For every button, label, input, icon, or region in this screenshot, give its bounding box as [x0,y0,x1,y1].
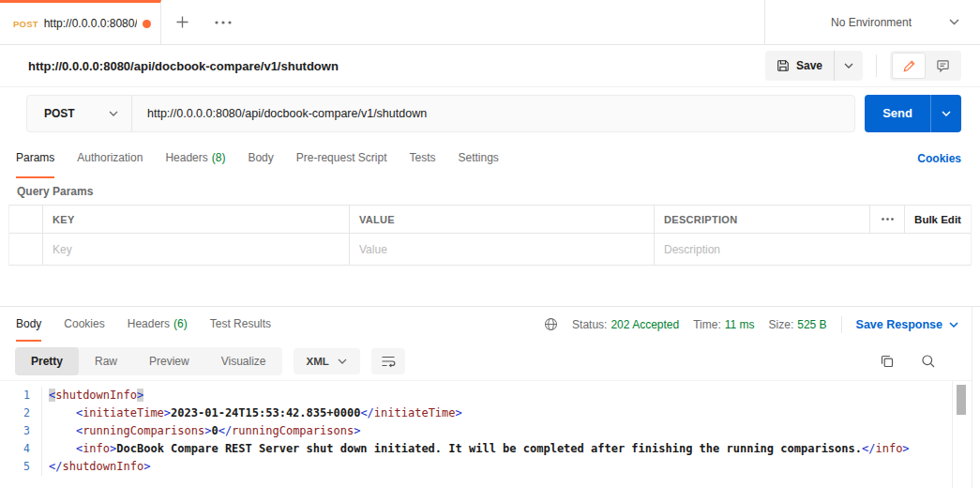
save-options-button[interactable] [834,51,863,81]
format-dropdown-label: XML [307,356,329,367]
view-tab-raw[interactable]: Raw [79,347,133,375]
description-column-header: DESCRIPTION [655,206,870,233]
save-button[interactable]: Save [765,51,834,81]
chevron-down-icon [949,322,958,328]
response-tabs: Body Cookies Headers(6) Test Results Sta… [0,307,972,342]
view-tab-pretty[interactable]: Pretty [15,347,79,375]
save-response-label: Save Response [856,318,942,331]
tab-label: Authorization [77,151,143,164]
value-cell [350,234,655,265]
line-number: 2 [0,404,41,422]
tab-body[interactable]: Body [248,139,273,178]
key-input[interactable] [43,243,349,256]
chevron-down-icon [844,63,853,69]
request-tab-method-badge: POST [13,19,38,29]
line-content: <shutdownInfo> [41,387,972,404]
response-tab-test-results[interactable]: Test Results [210,307,271,342]
environment-selector[interactable]: No Environment [764,0,980,44]
workspace-tab-bar: POST http://0.0.0.0:8080/ap No Environme… [0,0,980,45]
tab-label: Body [16,317,41,330]
tab-label: Headers [128,317,170,330]
scrollbar-thumb[interactable] [957,385,966,415]
response-tab-body[interactable]: Body [16,307,41,342]
response-tab-cookies[interactable]: Cookies [64,307,104,342]
line-content: </shutdownInfo> [41,458,972,476]
request-tab[interactable]: POST http://0.0.0.0:8080/ap [0,0,161,44]
line-number: 3 [0,422,41,440]
meta-divider [841,316,842,333]
code-line: 5</shutdownInfo> [0,458,972,476]
line-number: 5 [0,458,41,476]
response-body-viewer[interactable]: 1<shutdownInfo>2 <initiateTime>2023-01-2… [0,381,972,488]
value-input[interactable] [350,243,654,256]
description-cell [655,234,971,265]
method-dropdown-label: POST [44,107,75,120]
response-section: Body Cookies Headers(6) Test Results Sta… [0,306,980,488]
send-button[interactable]: Send [865,95,930,132]
key-cell [43,234,350,265]
key-column-header: KEY [43,206,350,233]
time-badge: Time: 11 ms [693,318,754,331]
chevron-down-icon [949,19,959,25]
floppy-disk-icon [776,59,790,72]
tab-headers[interactable]: Headers(8) [165,139,225,178]
save-button-label: Save [796,59,822,72]
tab-pre-request-script[interactable]: Pre-request Script [296,139,387,178]
request-tabs: Params Authorization Headers(8) Body Pre… [0,139,980,178]
tab-authorization[interactable]: Authorization [77,139,143,178]
edit-request-button[interactable] [892,53,926,79]
status-value: 202 Accepted [611,318,679,331]
save-response-button[interactable]: Save Response [856,318,958,331]
method-dropdown[interactable]: POST [27,96,132,131]
params-more-options-button[interactable] [870,206,905,233]
bulk-edit-button[interactable]: Bulk Edit [905,206,971,233]
view-tab-preview[interactable]: Preview [133,347,205,375]
chevron-down-icon [338,358,347,364]
line-content: <initiateTime>2023-01-24T15:53:42.835+00… [41,404,972,422]
postman-app: POST http://0.0.0.0:8080/ap No Environme… [0,0,980,488]
code-lines: 1<shutdownInfo>2 <initiateTime>2023-01-2… [0,387,972,476]
line-number: 1 [0,387,41,404]
comments-button[interactable] [926,53,959,79]
params-empty-row [9,234,971,266]
tab-settings[interactable]: Settings [459,139,499,178]
tab-label: Headers [165,151,207,164]
cookies-link[interactable]: Cookies [917,139,961,178]
pencil-icon [902,59,916,73]
response-headers-count: (6) [173,317,188,330]
code-line: 4 <info>DocBook Compare REST Server shut… [0,440,972,458]
response-view-switch: Pretty Raw Preview Visualize [15,347,282,375]
search-icon[interactable] [921,354,936,369]
globe-icon [544,317,558,331]
request-tabs-spacer [521,139,895,178]
tab-label: Settings [459,151,499,164]
value-column-header: VALUE [350,206,655,233]
send-options-button[interactable] [930,95,961,132]
view-tab-visualize[interactable]: Visualize [205,347,282,375]
description-input[interactable] [655,243,971,256]
size-value: 525 B [797,318,826,331]
new-tab-button[interactable] [161,0,203,44]
url-input[interactable] [132,96,854,131]
save-button-group: Save [765,51,863,81]
title-actions-group [890,51,961,81]
size-badge: Size: 525 B [769,318,827,331]
row-select-cell [9,234,43,265]
tab-label: Cookies [64,317,104,330]
format-dropdown[interactable]: XML [294,348,360,374]
time-label: Time: [693,318,721,331]
response-toolbar-right [880,354,957,369]
send-button-group: Send [865,95,961,132]
response-tab-headers[interactable]: Headers(6) [128,307,188,342]
wrap-text-icon [381,355,396,368]
copy-icon[interactable] [880,354,895,369]
code-line: 3 <runningComparisons>0</runningComparis… [0,422,972,440]
line-content: <runningComparisons>0</runningComparison… [41,422,972,440]
tab-params[interactable]: Params [16,139,54,178]
tabbar-spacer [244,0,764,44]
tab-tests[interactable]: Tests [409,139,435,178]
response-pane: Body Cookies Headers(6) Test Results Sta… [0,307,972,488]
tab-label: Test Results [210,317,271,330]
wrap-lines-button[interactable] [371,348,405,374]
tab-options-button[interactable] [203,0,244,44]
